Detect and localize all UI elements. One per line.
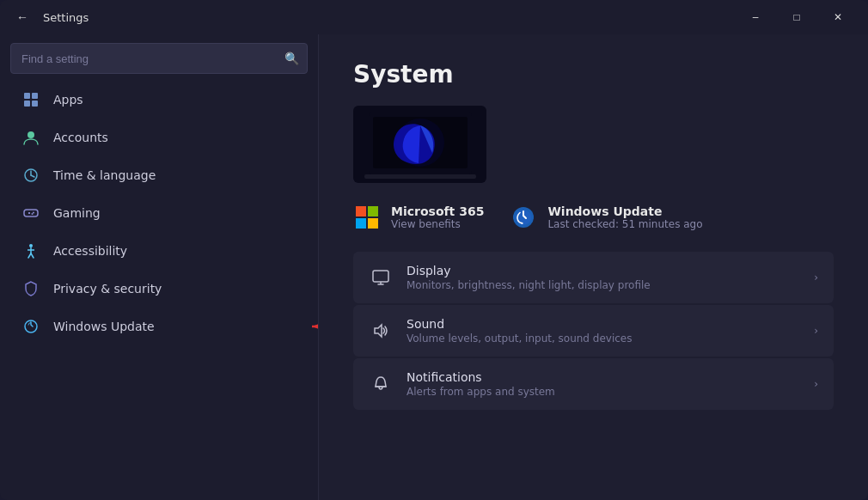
notifications-text: Notifications Alerts from apps and syste… [406, 370, 800, 398]
sidebar-item-gaming[interactable]: Gaming [10, 194, 308, 232]
svg-rect-24 [364, 174, 476, 179]
svg-marker-34 [375, 325, 382, 337]
notifications-title: Notifications [406, 370, 800, 384]
display-icon [369, 265, 393, 290]
svg-rect-0 [24, 93, 30, 99]
time-icon [21, 165, 41, 186]
quick-action-ms365[interactable]: Microsoft 365 View benefits [353, 204, 484, 231]
sidebar-item-update[interactable]: Windows Update [10, 308, 308, 345]
svg-point-13 [29, 244, 33, 247]
ms365-subtitle: View benefits [391, 218, 484, 230]
notifications-chevron: › [814, 378, 818, 390]
settings-item-display[interactable]: Display Monitors, brightness, night ligh… [353, 252, 834, 303]
titlebar: ← Settings – □ ✕ [0, 0, 868, 34]
accounts-label: Accounts [53, 131, 108, 144]
sound-title: Sound [406, 317, 800, 331]
winupdate-text: Windows Update Last checked: 51 minutes … [547, 204, 702, 230]
minimize-button[interactable]: – [736, 3, 775, 31]
winupdate-title: Windows Update [547, 204, 702, 218]
update-label: Windows Update [53, 320, 155, 333]
arrow-annotation [303, 309, 318, 344]
gaming-icon [21, 203, 41, 223]
sidebar-item-accounts[interactable]: Accounts [10, 119, 308, 156]
svg-point-12 [32, 213, 34, 215]
time-label: Time & language [53, 168, 156, 182]
page-title: System [353, 60, 834, 88]
accessibility-icon [21, 241, 41, 261]
sidebar-item-privacy[interactable]: Privacy & security [10, 270, 308, 308]
search-box: 🔍 [10, 43, 308, 74]
settings-item-notifications[interactable]: Notifications Alerts from apps and syste… [353, 358, 834, 410]
sidebar-item-accessibility[interactable]: Accessibility [10, 232, 308, 270]
svg-rect-2 [24, 101, 30, 107]
settings-list: Display Monitors, brightness, night ligh… [353, 252, 834, 410]
app-title: Settings [43, 11, 89, 24]
settings-window: ← Settings – □ ✕ 🔍 [0, 0, 868, 500]
settings-item-sound[interactable]: Sound Volume levels, output, input, soun… [353, 305, 834, 357]
notifications-subtitle: Alerts from apps and system [406, 386, 800, 398]
sidebar-item-apps[interactable]: Apps [10, 81, 308, 119]
sidebar: 🔍 Apps [0, 34, 318, 500]
display-text: Display Monitors, brightness, night ligh… [406, 264, 800, 291]
quick-actions: Microsoft 365 View benefits [353, 204, 834, 231]
winupdate-icon [510, 204, 537, 231]
svg-line-7 [31, 175, 34, 177]
accessibility-label: Accessibility [53, 244, 127, 258]
sound-subtitle: Volume levels, output, input, sound devi… [406, 332, 800, 345]
accounts-icon [21, 127, 41, 148]
svg-rect-26 [368, 206, 378, 216]
sound-text: Sound Volume levels, output, input, soun… [406, 317, 800, 345]
ms365-title: Microsoft 365 [391, 204, 484, 218]
main-content: System [319, 34, 868, 500]
privacy-icon [21, 278, 41, 299]
hero-image [353, 106, 486, 183]
titlebar-left: ← Settings [10, 5, 89, 29]
svg-rect-25 [356, 206, 366, 216]
gaming-label: Gaming [53, 206, 101, 220]
back-button[interactable]: ← [10, 5, 34, 29]
svg-rect-31 [373, 271, 388, 282]
privacy-label: Privacy & security [53, 282, 162, 296]
sound-icon [369, 319, 393, 343]
search-icon: 🔍 [284, 52, 299, 65]
display-title: Display [406, 264, 800, 277]
apps-label: Apps [53, 93, 83, 107]
sidebar-item-time[interactable]: Time & language [10, 156, 308, 194]
svg-rect-27 [356, 218, 366, 229]
svg-line-16 [28, 253, 31, 258]
svg-point-11 [33, 212, 34, 214]
quick-action-winupdate[interactable]: Windows Update Last checked: 51 minutes … [510, 204, 702, 231]
update-icon [21, 316, 41, 337]
svg-rect-28 [368, 218, 378, 229]
ms365-text: Microsoft 365 View benefits [391, 204, 484, 230]
winupdate-subtitle: Last checked: 51 minutes ago [547, 218, 702, 230]
bell-icon [369, 372, 393, 396]
sound-chevron: › [814, 325, 818, 337]
close-button[interactable]: ✕ [818, 3, 858, 31]
maximize-button[interactable]: □ [777, 3, 816, 31]
display-chevron: › [814, 271, 818, 284]
content-area: 🔍 Apps [0, 34, 868, 500]
svg-line-17 [31, 253, 34, 258]
ms365-icon [353, 204, 381, 231]
apps-icon [21, 89, 41, 110]
svg-rect-8 [24, 210, 38, 216]
display-subtitle: Monitors, brightness, night light, displ… [406, 279, 800, 291]
search-input[interactable] [10, 43, 308, 74]
window-controls: – □ ✕ [736, 3, 858, 31]
svg-rect-1 [32, 93, 38, 99]
svg-point-4 [28, 131, 34, 138]
svg-rect-3 [32, 101, 38, 107]
